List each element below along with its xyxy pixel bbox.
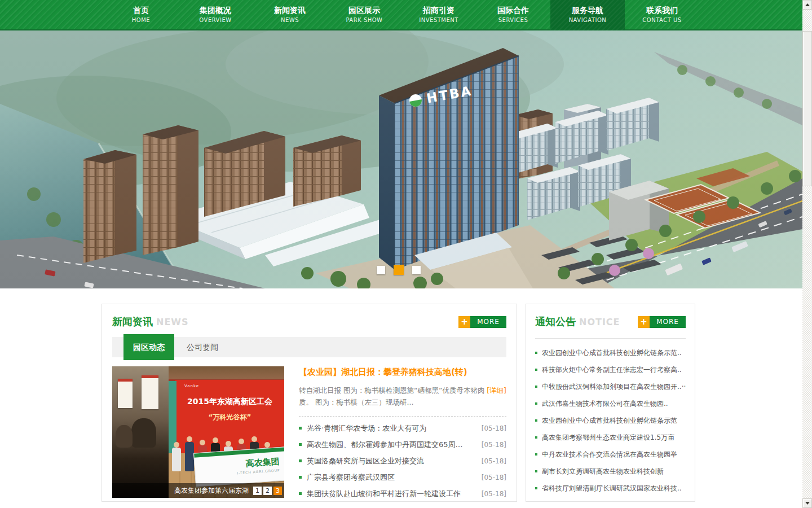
scroll-up-icon [805, 3, 810, 6]
notice-item-title: 副市长刘立勇调研高农生物农业科技创新 [542, 467, 664, 476]
hero-banner: HTBA [0, 30, 802, 288]
nav-label-en: NEWS [253, 16, 327, 25]
bullet-square-icon [299, 476, 302, 479]
banner-brand: Vanke [184, 384, 199, 388]
photo-slide-right: Vanke 2015年东湖高新区工会 “万科光谷杯” [169, 366, 284, 498]
notice-panel-header: 通知公告 NOTICE + MORE [535, 313, 686, 330]
notice-list-item[interactable]: 副市长刘立勇调研高农生物农业科技创新 [535, 463, 686, 480]
carousel-dot-active[interactable] [394, 265, 404, 275]
news-item-title: 广宗县考察团考察武汉园区 [307, 472, 395, 483]
photo-slide-left [112, 366, 169, 498]
poster [118, 379, 133, 408]
bullet-square-icon [535, 419, 537, 422]
news-item-title: 集团扶贫队赴山坡街和平村进行新一轮建设工作 [307, 489, 461, 499]
gym-ceiling [169, 366, 284, 381]
notice-item-title: 农业园创业中心成首批科技创业孵化链条示范 [542, 416, 677, 426]
featured-article-title[interactable]: 【农业园】湖北日报：攀登养猪科技高地(转) [299, 366, 506, 378]
nav-item-overview[interactable]: 集团概况 OVERVIEW [178, 0, 253, 30]
page-button-1[interactable]: 1 [253, 487, 262, 495]
notice-more-button[interactable]: + MORE [638, 316, 686, 328]
news-item-title: 高农生物园、都尔霍姆参加中丹两国建交65周… [307, 440, 463, 450]
nav-item-park-show[interactable]: 园区展示 PARK SHOW [327, 0, 401, 30]
detail-link[interactable]: [详细] [487, 384, 506, 396]
news-right-column: 【农业园】湖北日报：攀登养猪科技高地(转) [详细] 转自湖北日报 图为：梅书棋… [284, 366, 506, 502]
hero-carousel-dots [377, 265, 429, 275]
carousel-dot[interactable] [377, 266, 385, 274]
nav-label-zh: 园区展示 [327, 5, 401, 16]
top-navigation: 首页 HOME 集团概况 OVERVIEW 新闻资讯 NEWS 园区展示 PAR… [0, 0, 802, 30]
notice-item-title: 省科技厅刘望清副厅长调研武汉国家农业科技.. [542, 484, 682, 493]
notice-list-item[interactable]: 高农集团考察鄂州生态农业商定建设1.5万亩 [535, 429, 686, 446]
photo-person [116, 425, 133, 448]
news-tabbar: 园区动态 公司要闻 [112, 337, 506, 357]
featured-article-excerpt: [详细] 转自湖北日报 图为：梅书棋检测恩施“硒都黑”优质母本猪肉质。 图为：梅… [299, 384, 506, 408]
scrollbar-thumb[interactable] [802, 31, 812, 186]
news-item-date: [05-18] [476, 457, 506, 465]
bullet-square-icon [535, 402, 537, 405]
notice-list-item[interactable]: 科技部火炬中心常务副主任张志宏一行考察高.. [535, 361, 686, 378]
scroll-down-button[interactable] [802, 498, 812, 508]
news-list-item[interactable]: 广宗县考察团考察武汉园区 [05-18] [299, 469, 506, 485]
notice-list-item[interactable]: 农业园创业中心成首批科技创业孵化链条示范.. [535, 344, 686, 361]
notice-item-title: 武汉伟嘉生物技术有限公司在高农生物园.. [542, 399, 668, 409]
news-item-date: [05-18] [476, 441, 506, 449]
news-item-title: 光谷·青桐汇华农专场：农业大有可为 [307, 423, 426, 433]
bullet-square-icon [299, 459, 302, 462]
bullet-square-icon [535, 487, 537, 489]
news-item-date: [05-18] [476, 490, 506, 498]
news-more-button[interactable]: + MORE [458, 316, 506, 328]
nav-item-news[interactable]: 新闻资讯 NEWS [253, 0, 327, 30]
page-button-2[interactable]: 2 [263, 487, 272, 495]
notice-list-item[interactable]: 省科技厅刘望清副厅长调研武汉国家农业科技.. [535, 480, 686, 497]
nav-item-home[interactable]: 首页 HOME [104, 0, 178, 30]
nav-label-en: SERVICES [476, 16, 550, 25]
news-list-item[interactable]: 英国洛桑研究所与园区企业对接交流 [05-18] [299, 453, 506, 469]
page: 首页 HOME 集团概况 OVERVIEW 新闻资讯 NEWS 园区展示 PAR… [0, 0, 812, 508]
page-button-3[interactable]: 3 [273, 487, 282, 495]
nav-label-zh: 联系我们 [625, 5, 699, 16]
news-list: 光谷·青桐汇华农专场：农业大有可为 [05-18] 高农生物园、都尔霍姆参加中丹… [299, 420, 506, 502]
vertical-scrollbar[interactable] [802, 0, 812, 508]
nav-label-zh: 服务导航 [550, 5, 625, 16]
nav-label-en: INVESTMENT [401, 16, 476, 25]
notice-title-en: NOTICE [579, 317, 620, 327]
more-label: MORE [470, 316, 506, 328]
news-list-item[interactable]: 高农生物园、都尔霍姆参加中丹两国建交65周… [05-18] [299, 436, 506, 453]
nav-item-services[interactable]: 国际合作 SERVICES [476, 0, 550, 30]
news-title-en: NEWS [156, 317, 189, 327]
notice-panel: 通知公告 NOTICE + MORE 农业园创业中心成首批科技创业孵化链条示范.… [526, 304, 695, 502]
news-list-item[interactable]: 集团扶贫队赴山坡街和平村进行新一轮建设工作 [05-18] [299, 485, 506, 502]
notice-list-item[interactable]: 农业园创业中心成首批科技创业孵化链条示范 [535, 412, 686, 429]
news-content-row: Vanke 2015年东湖高新区工会 “万科光谷杯” [112, 366, 506, 502]
photo-caption: 高农集团参加第六届东湖 [174, 486, 249, 496]
notice-divider [535, 338, 686, 339]
tab-company-news[interactable]: 公司要闻 [187, 337, 218, 357]
group-flag: 高农集团 I-TECH AGRI.GROUP [193, 446, 284, 487]
nav-label-zh: 招商引资 [401, 5, 476, 16]
bullet-square-icon [535, 352, 537, 354]
notice-list-item[interactable]: 中牧股份武汉饲料添加剂项目在高农生物园开..··· [535, 378, 686, 395]
scroll-up-button[interactable] [802, 0, 812, 10]
bullet-square-icon [535, 470, 537, 472]
carousel-dot[interactable] [412, 266, 421, 274]
nav-item-investment[interactable]: 招商引资 INVESTMENT [401, 0, 476, 30]
nav-label-zh: 国际合作 [476, 5, 550, 16]
news-photo-carousel[interactable]: Vanke 2015年东湖高新区工会 “万科光谷杯” [112, 366, 284, 498]
news-list-item[interactable]: 光谷·青桐汇华农专场：农业大有可为 [05-18] [299, 420, 506, 436]
hero-illustration: HTBA [0, 30, 802, 288]
notice-item-title: 中丹农业技术合作交流会情况在高农生物园举 [542, 450, 677, 459]
nav-label-zh: 首页 [104, 5, 178, 16]
bullet-square-icon [535, 369, 537, 371]
banner-line1: 2015年东湖高新区工会 [175, 397, 284, 407]
news-title-zh: 新闻资讯 [112, 315, 153, 329]
notice-list-item[interactable]: 中丹农业技术合作交流会情况在高农生物园举 [535, 446, 686, 463]
notice-item-title: 科技部火炬中心常务副主任张志宏一行考察高.. [542, 365, 682, 375]
tab-park-news[interactable]: 园区动态 [123, 334, 174, 360]
news-item-date: [05-18] [476, 424, 506, 432]
nav-items: 首页 HOME 集团概况 OVERVIEW 新闻资讯 NEWS 园区展示 PAR… [104, 0, 699, 30]
nav-item-contact[interactable]: 联系我们 CONTACT US [625, 0, 699, 30]
nav-item-navigation[interactable]: 服务导航 NAVIGATION [550, 0, 625, 30]
bullet-square-icon [299, 443, 302, 446]
nav-label-zh: 集团概况 [178, 5, 253, 16]
notice-list-item[interactable]: 武汉伟嘉生物技术有限公司在高农生物园.. [535, 395, 686, 412]
